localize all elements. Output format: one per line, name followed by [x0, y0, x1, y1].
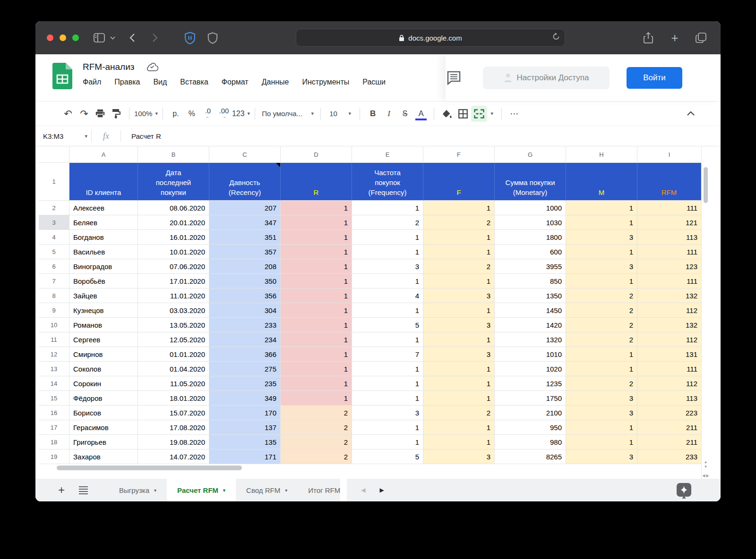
cell-F4[interactable]: 1 [423, 230, 495, 245]
cell-B13[interactable]: 01.04.2020 [138, 362, 209, 376]
font-size-select[interactable]: 10▾ [326, 106, 355, 122]
address-bar[interactable]: docs.google.com [296, 29, 565, 47]
cell-B6[interactable]: 07.06.2020 [138, 259, 209, 274]
horizontal-scrollbar[interactable] [39, 464, 701, 473]
cell-G19[interactable]: 8265 [495, 449, 566, 464]
chevron-down-icon[interactable] [107, 30, 118, 46]
cell-F15[interactable]: 1 [423, 391, 495, 406]
cell-E3[interactable]: 2 [352, 215, 423, 230]
sheet-tab-Свод RFM[interactable]: Свод RFM▾ [236, 479, 298, 501]
explore-badge-icon[interactable] [677, 483, 691, 497]
cell-D14[interactable]: 1 [281, 376, 352, 391]
cell-G15[interactable]: 1750 [495, 391, 566, 406]
cell-H2[interactable]: 1 [566, 201, 637, 215]
vertical-scrollbar[interactable]: ▲▼ ◀ ▶ [701, 146, 710, 479]
cell-D11[interactable]: 1 [281, 332, 352, 347]
share-icon[interactable] [640, 30, 656, 46]
cell-F3[interactable]: 2 [423, 215, 495, 230]
add-sheet-icon[interactable]: + [58, 483, 65, 497]
header-cell-b[interactable]: Дата последней покупки [138, 163, 209, 201]
cell-F17[interactable]: 1 [423, 420, 495, 435]
collapse-menus-icon[interactable] [683, 106, 699, 122]
row-number[interactable]: 6 [39, 259, 69, 274]
cell-A17[interactable]: Герасимов [69, 420, 138, 435]
cell-H10[interactable]: 2 [566, 318, 637, 332]
cell-F14[interactable]: 1 [423, 376, 495, 391]
cell-F10[interactable]: 3 [423, 318, 495, 332]
share-access-button[interactable]: Настройки Доступа [483, 67, 610, 89]
cell-I17[interactable]: 211 [637, 420, 701, 435]
sheet-tab-Расчет RFM[interactable]: Расчет RFM▾ [167, 479, 236, 501]
header-cell-r[interactable]: R [281, 163, 352, 201]
row-number[interactable]: 2 [39, 201, 69, 215]
cell-D8[interactable]: 1 [281, 288, 352, 303]
cell-G17[interactable]: 950 [495, 420, 566, 435]
bold-button[interactable]: B [365, 106, 381, 122]
cell-E13[interactable]: 1 [352, 362, 423, 376]
cell-B14[interactable]: 11.05.2020 [138, 376, 209, 391]
cell-E19[interactable]: 5 [352, 449, 423, 464]
header-cell-g[interactable]: Сумма покупки (Monetary) [495, 163, 566, 201]
menu-Вставка[interactable]: Вставка [180, 78, 208, 86]
cell-D18[interactable]: 2 [281, 435, 352, 449]
cell-A8[interactable]: Зайцев [69, 288, 138, 303]
privacy-shield-icon[interactable] [182, 30, 198, 46]
increase-decimal-button[interactable]: .00→ [216, 106, 232, 122]
cell-I4[interactable]: 113 [637, 230, 701, 245]
row-number[interactable]: 1 [39, 163, 69, 201]
cell-E11[interactable]: 1 [352, 332, 423, 347]
cell-C3[interactable]: 347 [209, 215, 281, 230]
cell-D12[interactable]: 1 [281, 347, 352, 362]
cell-I10[interactable]: 132 [637, 318, 701, 332]
row-number[interactable]: 17 [39, 420, 69, 435]
cell-A10[interactable]: Романов [69, 318, 138, 332]
cell-G3[interactable]: 1030 [495, 215, 566, 230]
sheets-logo-icon[interactable] [52, 63, 72, 101]
cell-B12[interactable]: 01.01.2020 [138, 347, 209, 362]
cell-F11[interactable]: 1 [423, 332, 495, 347]
cell-D16[interactable]: 2 [281, 406, 352, 420]
cell-G5[interactable]: 600 [495, 245, 566, 259]
formula-input[interactable]: Расчет R [131, 132, 161, 140]
cell-B10[interactable]: 13.05.2020 [138, 318, 209, 332]
cell-C13[interactable]: 275 [209, 362, 281, 376]
cell-H6[interactable]: 3 [566, 259, 637, 274]
header-cell-e[interactable]: Частота покупок (Frequency) [352, 163, 423, 201]
menu-Формат[interactable]: Формат [222, 78, 249, 86]
cell-D3[interactable]: 1 [281, 215, 352, 230]
cell-D13[interactable]: 1 [281, 362, 352, 376]
row-number[interactable]: 5 [39, 245, 69, 259]
all-sheets-icon[interactable] [79, 486, 88, 494]
cell-D9[interactable]: 1 [281, 303, 352, 318]
header-cell-c[interactable]: Давность (Recency) [209, 163, 281, 201]
cell-E7[interactable]: 1 [352, 274, 423, 288]
cell-C10[interactable]: 233 [209, 318, 281, 332]
cell-I7[interactable]: 111 [637, 274, 701, 288]
cell-H14[interactable]: 2 [566, 376, 637, 391]
header-cell-rfm[interactable]: RFM [637, 163, 701, 201]
cell-A2[interactable]: Алексеев [69, 201, 138, 215]
cell-E8[interactable]: 4 [352, 288, 423, 303]
cell-H11[interactable]: 2 [566, 332, 637, 347]
vertical-scrollbar-thumb[interactable] [704, 167, 708, 203]
cell-B18[interactable]: 19.08.2020 [138, 435, 209, 449]
select-all-corner[interactable] [39, 146, 69, 163]
cell-E2[interactable]: 1 [352, 201, 423, 215]
cell-E4[interactable]: 1 [352, 230, 423, 245]
cell-D19[interactable]: 2 [281, 449, 352, 464]
cell-A18[interactable]: Григорьев [69, 435, 138, 449]
cell-C18[interactable]: 135 [209, 435, 281, 449]
vertical-scroll-arrows[interactable]: ▲▼ [702, 460, 710, 469]
cell-B19[interactable]: 14.07.2020 [138, 449, 209, 464]
cell-A13[interactable]: Соколов [69, 362, 138, 376]
menu-Вид[interactable]: Вид [153, 78, 167, 86]
shield-icon[interactable] [205, 30, 221, 46]
menu-Правка[interactable]: Правка [114, 78, 140, 86]
column-header-E[interactable]: E [352, 146, 423, 163]
cell-A6[interactable]: Виноградов [69, 259, 138, 274]
cell-A11[interactable]: Сергеев [69, 332, 138, 347]
cell-A19[interactable]: Захаров [69, 449, 138, 464]
forward-icon[interactable] [147, 30, 163, 46]
cell-H3[interactable]: 1 [566, 215, 637, 230]
cell-B9[interactable]: 03.03.2020 [138, 303, 209, 318]
